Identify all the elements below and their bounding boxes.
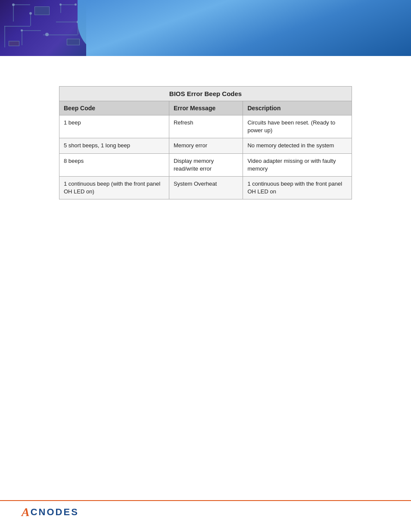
table-cell-description-3: 1 continuous beep with the front panel O… [243, 176, 352, 199]
col-header-error-message: Error Message [169, 101, 243, 115]
table-cell-beep_code-2: 8 beeps [59, 153, 169, 176]
table-cell-error_message-0: Refresh [169, 115, 243, 138]
header-banner [0, 0, 411, 56]
table-cell-error_message-1: Memory error [169, 138, 243, 153]
header-blue-area [86, 0, 411, 56]
bios-error-table: Beep Code Error Message Description 1 be… [59, 101, 352, 199]
table-cell-beep_code-3: 1 continuous beep (with the front panel … [59, 176, 169, 199]
table-title: BIOS Error Beep Codes [59, 87, 352, 101]
main-content: BIOS Error Beep Codes Beep Code Error Me… [0, 56, 411, 217]
table-row: 5 short beeps, 1 long beepMemory errorNo… [59, 138, 352, 153]
logo-letter-a: A [22, 505, 30, 519]
table-row: 8 beepsDisplay memory read/write errorVi… [59, 153, 352, 176]
table-cell-description-1: No memory detected in the system [243, 138, 352, 153]
footer: A CNODES [0, 500, 411, 519]
bios-table-container: BIOS Error Beep Codes Beep Code Error Me… [59, 86, 352, 199]
company-logo: A CNODES [22, 505, 389, 519]
table-cell-beep_code-1: 5 short beeps, 1 long beep [59, 138, 169, 153]
table-row: 1 beepRefreshCircuits have been reset. (… [59, 115, 352, 138]
table-cell-description-2: Video adapter missing or with faulty mem… [243, 153, 352, 176]
table-cell-error_message-3: System Overheat [169, 176, 243, 199]
table-cell-beep_code-0: 1 beep [59, 115, 169, 138]
col-header-description: Description [243, 101, 352, 115]
table-header-row: Beep Code Error Message Description [59, 101, 352, 115]
col-header-beep-code: Beep Code [59, 101, 169, 115]
logo-company-name: CNODES [31, 507, 79, 518]
table-cell-error_message-2: Display memory read/write error [169, 153, 243, 176]
table-cell-description-0: Circuits have been reset. (Ready to powe… [243, 115, 352, 138]
table-row: 1 continuous beep (with the front panel … [59, 176, 352, 199]
